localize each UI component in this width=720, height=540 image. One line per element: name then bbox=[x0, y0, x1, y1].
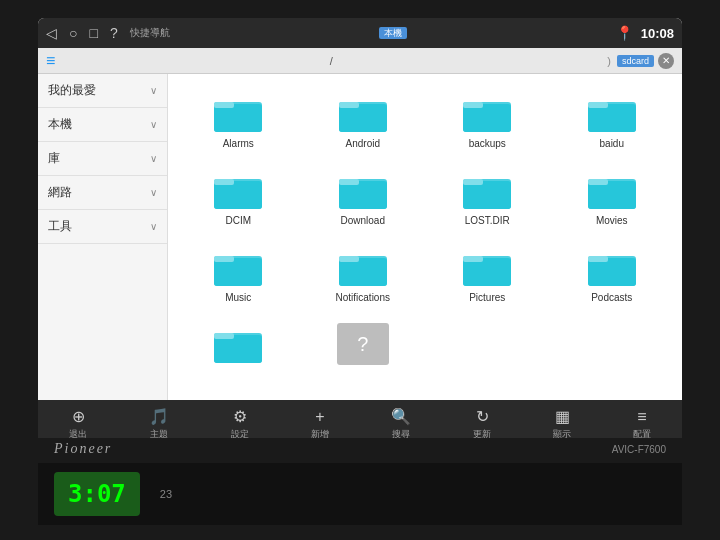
folder-name: Podcasts bbox=[591, 292, 632, 303]
home-icon[interactable]: ○ bbox=[69, 25, 77, 41]
folder-icon bbox=[586, 246, 638, 288]
add-icon: + bbox=[315, 408, 324, 426]
folder-name: Alarms bbox=[223, 138, 254, 149]
svg-rect-31 bbox=[463, 258, 511, 286]
svg-rect-13 bbox=[214, 181, 262, 209]
folder-icon bbox=[586, 169, 638, 211]
brand-bar: Pioneer AVIC-F7600 bbox=[38, 438, 682, 460]
svg-rect-32 bbox=[463, 256, 483, 262]
svg-rect-26 bbox=[214, 256, 234, 262]
svg-rect-10 bbox=[588, 104, 636, 132]
svg-rect-34 bbox=[588, 258, 636, 286]
svg-rect-7 bbox=[463, 104, 511, 132]
device-label: 本機 bbox=[379, 26, 407, 40]
folder-android[interactable]: Android bbox=[305, 86, 422, 155]
svg-rect-23 bbox=[588, 179, 608, 185]
folder-podcasts[interactable]: Podcasts bbox=[554, 240, 671, 309]
chevron-down-icon: ∨ bbox=[150, 221, 157, 232]
svg-rect-11 bbox=[588, 102, 608, 108]
folder-icon bbox=[212, 92, 264, 134]
folder-name: Movies bbox=[596, 215, 628, 226]
folder-icon bbox=[461, 169, 513, 211]
search-icon: 🔍 bbox=[391, 407, 411, 426]
sidebar-library-label: 庫 bbox=[48, 150, 60, 167]
sidebar-item-network[interactable]: 網路 ∨ bbox=[38, 176, 167, 210]
theme-icon: 🎵 bbox=[149, 407, 169, 426]
folder-movies[interactable]: Movies bbox=[554, 163, 671, 232]
svg-rect-28 bbox=[339, 258, 387, 286]
sidebar-tools-label: 工具 bbox=[48, 218, 72, 235]
svg-rect-4 bbox=[339, 104, 387, 132]
time-display: 3:07 bbox=[54, 472, 140, 516]
folder-name: Music bbox=[225, 292, 251, 303]
folder-backups[interactable]: backups bbox=[429, 86, 546, 155]
content-area: 我的最愛 ∨ 本機 ∨ 庫 ∨ 網路 ∨ 工具 ∨ bbox=[38, 74, 682, 400]
folder-icon bbox=[337, 246, 389, 288]
sidebar-favorites-label: 我的最愛 bbox=[48, 82, 96, 99]
folder-baidu[interactable]: baidu bbox=[554, 86, 671, 155]
svg-rect-2 bbox=[214, 102, 234, 108]
folder-name: Notifications bbox=[336, 292, 390, 303]
clock: 10:08 bbox=[641, 26, 674, 41]
temp-display: 23 bbox=[160, 488, 172, 500]
sidebar-local-label: 本機 bbox=[48, 116, 72, 133]
folder-icon bbox=[586, 92, 638, 134]
folder-icon bbox=[461, 92, 513, 134]
svg-rect-22 bbox=[588, 181, 636, 209]
app-title: 快捷導航 bbox=[130, 26, 170, 40]
device-badge: 本機 bbox=[379, 27, 407, 39]
file-grid: Alarms Android bbox=[168, 74, 682, 400]
folder-dcim[interactable]: DCIM bbox=[180, 163, 297, 232]
svg-rect-29 bbox=[339, 256, 359, 262]
folder-alarms[interactable]: Alarms bbox=[180, 86, 297, 155]
svg-rect-25 bbox=[214, 258, 262, 286]
chevron-down-icon: ∨ bbox=[150, 85, 157, 96]
help-icon[interactable]: ? bbox=[110, 25, 118, 41]
path-right: sdcard ✕ bbox=[617, 53, 674, 69]
main-screen: ◁ ○ □ ? 快捷導航 本機 📍 10:08 ≡ / ) sdcard ✕ 我… bbox=[38, 18, 682, 448]
folder-name: baidu bbox=[600, 138, 624, 149]
svg-rect-35 bbox=[588, 256, 608, 262]
folder-download[interactable]: Download bbox=[305, 163, 422, 232]
status-right: 📍 10:08 bbox=[616, 25, 674, 41]
folder-lostdir[interactable]: LOST.DIR bbox=[429, 163, 546, 232]
svg-rect-14 bbox=[214, 179, 234, 185]
back-icon[interactable]: ◁ bbox=[46, 25, 57, 41]
chevron-down-icon: ∨ bbox=[150, 153, 157, 164]
path-chevron: ) bbox=[607, 55, 611, 67]
path-bar: ≡ / ) sdcard ✕ bbox=[38, 48, 682, 74]
bottom-section: 3:07 23 bbox=[38, 463, 682, 525]
svg-rect-19 bbox=[463, 181, 511, 209]
menu-icon[interactable]: ≡ bbox=[46, 52, 55, 70]
svg-rect-8 bbox=[463, 102, 483, 108]
folder-music[interactable]: Music bbox=[180, 240, 297, 309]
chevron-down-icon: ∨ bbox=[150, 187, 157, 198]
pioneer-logo: Pioneer bbox=[54, 441, 112, 457]
path-text: / bbox=[61, 55, 601, 67]
svg-rect-16 bbox=[339, 181, 387, 209]
status-nav-icons: ◁ ○ □ ? 快捷導航 bbox=[46, 25, 170, 41]
svg-rect-17 bbox=[339, 179, 359, 185]
model-text: AVIC-F7600 bbox=[612, 444, 666, 455]
recents-icon[interactable]: □ bbox=[89, 25, 97, 41]
display-icon: ▦ bbox=[555, 407, 570, 426]
sidebar-item-local[interactable]: 本機 ∨ bbox=[38, 108, 167, 142]
settings-icon: ⚙ bbox=[233, 407, 247, 426]
folder-icon bbox=[337, 169, 389, 211]
chevron-down-icon: ∨ bbox=[150, 119, 157, 130]
folder-icon bbox=[212, 323, 264, 365]
folder-pictures[interactable]: Pictures bbox=[429, 240, 546, 309]
close-button[interactable]: ✕ bbox=[658, 53, 674, 69]
file-unknown[interactable]: ? bbox=[305, 317, 422, 375]
folder-name: Android bbox=[346, 138, 380, 149]
folder-icon bbox=[461, 246, 513, 288]
sidebar-item-tools[interactable]: 工具 ∨ bbox=[38, 210, 167, 244]
sidebar-item-favorites[interactable]: 我的最愛 ∨ bbox=[38, 74, 167, 108]
unknown-file-icon: ? bbox=[337, 323, 389, 365]
svg-rect-37 bbox=[214, 335, 262, 363]
sidebar: 我的最愛 ∨ 本機 ∨ 庫 ∨ 網路 ∨ 工具 ∨ bbox=[38, 74, 168, 400]
folder-empty[interactable] bbox=[180, 317, 297, 375]
folder-notifications[interactable]: Notifications bbox=[305, 240, 422, 309]
location-icon: 📍 bbox=[616, 25, 633, 41]
sidebar-item-library[interactable]: 庫 ∨ bbox=[38, 142, 167, 176]
